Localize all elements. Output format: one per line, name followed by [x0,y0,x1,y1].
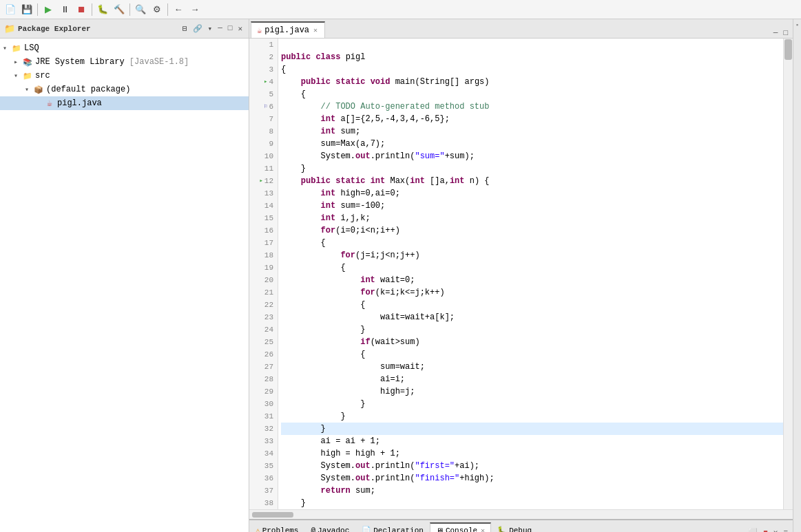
tab-console[interactable]: 🖥 Console ✕ [430,522,491,532]
console-view-menu-icon[interactable]: ⬜ [746,527,760,532]
code-line-33: ai = ai + 1; [281,435,783,447]
console-options-icon[interactable]: ≡ [781,528,790,533]
tree-item-src[interactable]: ▾ 📁 src [0,69,249,83]
forward-btn[interactable]: → [187,2,202,17]
maximize-editor-icon[interactable]: □ [781,28,790,38]
ln-24: 24 [249,323,278,336]
ln-26: 26 [249,348,278,361]
minimize-editor-icon[interactable]: ─ [771,28,780,38]
library-icon: 📚 [22,56,33,67]
close-panel-icon[interactable]: ✕ [236,23,245,34]
code-line-19: { [281,262,783,274]
code-line-31: } [281,410,783,423]
tab-javadoc[interactable]: @ Javadoc [304,522,355,532]
sidebar-header: 📁 Package Explorer ⊟ 🔗 ▾ ─ □ ✕ [0,19,249,39]
ln-29: 29 [249,385,278,398]
ln-12: ▸12 [249,175,278,187]
ln-18: 18 [249,249,278,262]
code-line-37: return sum; [281,485,783,497]
pause-btn[interactable]: ⏸ [57,2,72,17]
code-line-24: } [281,323,783,336]
ln-19: 19 [249,262,278,274]
build-btn[interactable]: 🔨 [112,2,127,17]
run-btn[interactable]: ▶ [41,2,56,17]
debug-icon: 🐛 [497,526,507,532]
ln-22: 22 [249,299,278,311]
editor-vscroll[interactable] [783,39,793,509]
code-line-34: high = high + 1; [281,447,783,460]
javadoc-icon: @ [311,526,315,533]
code-line-6: // TODO Auto-generated method stub [281,100,783,113]
editor-hscroll[interactable] [249,509,793,519]
tab-debug[interactable]: 🐛 Debug [491,522,538,532]
problems-icon: ⚠ [256,526,260,532]
collapse-all-icon[interactable]: ⊟ [180,23,189,34]
main-area: 📁 Package Explorer ⊟ 🔗 ▾ ─ □ ✕ ▾ 📁 LSQ ▸ [0,19,801,532]
sep1 [37,3,38,16]
search-btn[interactable]: 🔍 [133,2,148,17]
save-btn[interactable]: 💾 [19,2,34,17]
tree-item-default-pkg[interactable]: ▾ 📦 (default package) [0,83,249,96]
tab-pigl-java[interactable]: ☕ pigl.java ✕ [251,21,325,38]
new-btn[interactable]: 📄 [3,2,18,17]
sidebar-title: Package Explorer [18,25,91,33]
tab-java-icon: ☕ [257,25,262,36]
code-content[interactable]: public class pigl { public static void m… [278,39,783,509]
back-btn[interactable]: ← [171,2,186,17]
debug-btn[interactable]: 🐛 [95,2,110,17]
settings-btn[interactable]: ⚙ [149,2,165,17]
code-line-35: System.out.println("first="+ai); [281,460,783,472]
tree-label-pigl: pigl.java [57,98,102,108]
code-line-21: for(k=i;k<=j;k++) [281,286,783,299]
tab-declaration[interactable]: 📄 Declaration [355,522,430,532]
tree-item-jre[interactable]: ▸ 📚 JRE System Library [JavaSE-1.8] [0,55,249,69]
code-line-22: { [281,299,783,311]
ln-35: 35 [249,460,278,472]
ln-9: 9 [249,138,278,150]
code-line-32: } [281,423,783,435]
sidebar-icon: 📁 [4,23,15,34]
code-line-29: high=j; [281,385,783,398]
code-line-25: if(wait>sum) [281,336,783,348]
ln-13: 13 [249,187,278,200]
tree-label-pkg: (default package) [46,85,130,94]
code-line-3: { [281,63,783,76]
src-icon: 📁 [22,70,33,81]
console-close-icon[interactable]: ✕ [481,526,485,532]
tree-label-jre: JRE System Library [JavaSE-1.8] [35,57,189,67]
ln-25: 25 [249,336,278,348]
ln-23: 23 [249,311,278,323]
sep3 [129,3,130,16]
tree-item-pigl[interactable]: ☕ pigl.java [0,96,249,110]
ln-21: 21 [249,286,278,299]
sep4 [167,3,168,16]
maximize-icon[interactable]: □ [226,23,235,34]
link-editor-icon[interactable]: 🔗 [191,23,205,34]
view-menu-icon[interactable]: ▾ [206,23,215,34]
tree-label-src: src [35,71,50,81]
tree-label-lsq: LSQ [24,43,39,53]
java-file-icon: ☕ [44,98,55,109]
tab-problems[interactable]: ⚠ Problems [249,522,304,532]
code-line-30: } [281,398,783,410]
ln-16: 16 [249,224,278,237]
ln-14: 14 [249,200,278,212]
tab-problems-label: Problems [262,526,299,533]
bottom-tabs: ⚠ Problems @ Javadoc 📄 Declaration 🖥 Con… [249,520,793,532]
tab-close-icon[interactable]: ✕ [312,26,319,34]
code-line-9: sum=Max(a,7); [281,138,783,150]
ln-27: 27 [249,361,278,373]
code-line-15: int i,j,k; [281,212,783,224]
stop-btn[interactable]: ⏹ [74,2,89,17]
console-terminate-icon[interactable]: ■ [761,528,770,533]
tree-arrow-pkg: ▾ [25,85,33,94]
project-icon: 📁 [11,43,22,54]
console-clear-icon[interactable]: ✕ [771,527,780,532]
minimize-icon[interactable]: ─ [216,23,225,34]
code-line-5: { [281,88,783,100]
tab-debug-label: Debug [509,526,532,533]
code-line-7: int a[]={2,5,-4,3,4,-6,5}; [281,113,783,125]
code-line-10: System.out.println("sum="+sum); [281,150,783,162]
tree-item-lsq[interactable]: ▾ 📁 LSQ [0,41,249,55]
ln-31: 31 [249,410,278,423]
